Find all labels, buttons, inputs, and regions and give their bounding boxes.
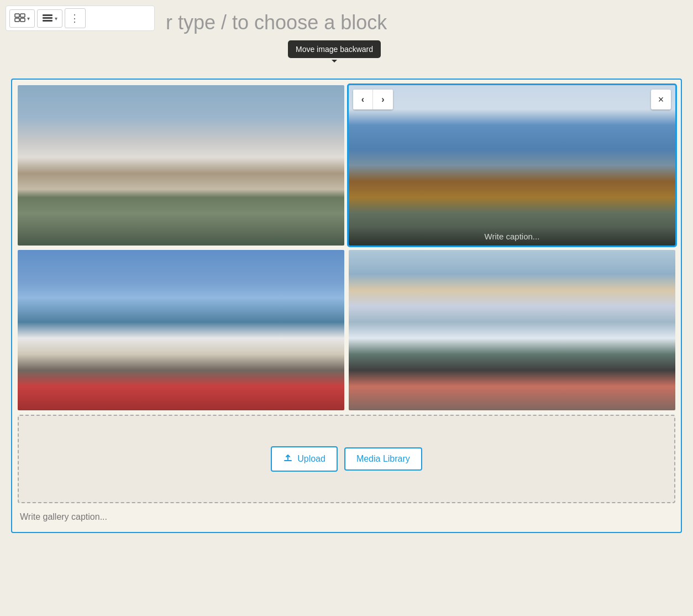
harbour-cruise-image (18, 250, 344, 410)
svg-rect-0 (15, 14, 19, 17)
image-nav-group: ‹ › (353, 90, 393, 109)
media-library-button-label: Media Library (356, 454, 410, 464)
move-forward-button[interactable]: › (373, 90, 393, 109)
image-caption[interactable]: Write caption... (349, 227, 675, 246)
upload-button[interactable]: Upload (271, 446, 338, 472)
gallery-block-button[interactable]: ▾ (9, 9, 35, 28)
beach-image (349, 250, 675, 410)
layout-icon (42, 13, 53, 24)
block-toolbar: ▾ ▾ ⋮ (6, 6, 155, 31)
gallery-image-1[interactable] (18, 85, 344, 246)
layout-chevron: ▾ (55, 15, 57, 22)
gallery-image-2[interactable]: ‹ › × Write caption... (349, 85, 675, 246)
gallery-block-chevron: ▾ (27, 15, 30, 22)
more-options-button[interactable]: ⋮ (65, 8, 86, 28)
svg-rect-2 (15, 18, 19, 22)
svg-rect-1 (20, 14, 25, 17)
gallery-block: ‹ › × Write caption... (11, 79, 682, 533)
gallery-image-3[interactable] (18, 250, 344, 410)
layout-button[interactable]: ▾ (37, 9, 62, 28)
opera-house-image (18, 85, 344, 246)
upload-drop-zone: Upload Media Library (18, 415, 675, 503)
gallery-image-4[interactable] (349, 250, 675, 410)
gallery-grid: ‹ › × Write caption... (18, 85, 675, 410)
tall-ship-image (349, 85, 675, 246)
remove-image-button[interactable]: × (651, 90, 671, 109)
upload-icon (283, 453, 293, 465)
svg-rect-4 (43, 14, 53, 16)
tooltip-move-backward: Move image backward (288, 40, 381, 58)
gallery-icon (14, 13, 25, 24)
gallery-caption-input[interactable] (18, 508, 675, 526)
upload-button-label: Upload (297, 454, 326, 464)
svg-rect-5 (43, 17, 53, 19)
more-options-icon: ⋮ (70, 12, 81, 24)
page-wrapper: ▾ ▾ ⋮ r type / to choose a block Move im… (0, 0, 693, 533)
move-backward-button[interactable]: ‹ (353, 90, 373, 109)
image-nav-controls: ‹ › (353, 90, 393, 109)
svg-rect-6 (43, 20, 53, 22)
media-library-button[interactable]: Media Library (344, 447, 422, 471)
svg-rect-3 (20, 18, 25, 22)
